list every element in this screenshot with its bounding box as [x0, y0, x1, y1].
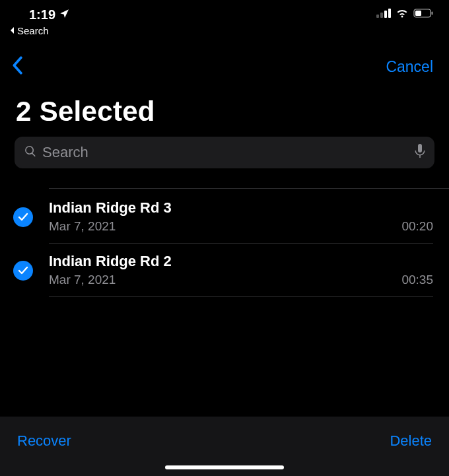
- status-time: 1:19: [29, 7, 55, 22]
- battery-icon: [413, 9, 433, 20]
- recording-title: Indian Ridge Rd 2: [49, 253, 172, 270]
- breadcrumb-back-icon: [9, 25, 16, 36]
- microphone-icon[interactable]: [415, 144, 425, 161]
- list-item-content: Indian Ridge Rd 3 Mar 7, 2021 00:20: [49, 199, 433, 244]
- svg-rect-0: [376, 15, 379, 18]
- list-item-main: Indian Ridge Rd 2 Mar 7, 2021: [49, 253, 172, 287]
- list-item[interactable]: Indian Ridge Rd 2 Mar 7, 2021 00:35: [0, 244, 449, 297]
- list-item-main: Indian Ridge Rd 3 Mar 7, 2021: [49, 199, 172, 234]
- recording-date: Mar 7, 2021: [49, 273, 172, 287]
- cellular-icon: [376, 9, 391, 20]
- svg-rect-2: [384, 11, 387, 18]
- location-icon: [59, 7, 70, 22]
- cancel-button[interactable]: Cancel: [386, 58, 433, 76]
- search-field[interactable]: [15, 137, 434, 168]
- list-item-content: Indian Ridge Rd 2 Mar 7, 2021 00:35: [49, 253, 433, 297]
- search-container: [0, 137, 449, 168]
- recover-button[interactable]: Recover: [17, 432, 71, 450]
- status-bar: 1:19: [0, 0, 449, 24]
- status-indicators: [376, 9, 433, 21]
- wifi-icon: [396, 9, 409, 21]
- breadcrumb-label: Search: [17, 25, 49, 36]
- status-time-group: 1:19: [29, 7, 70, 22]
- breadcrumb[interactable]: Search: [0, 24, 449, 36]
- back-button[interactable]: [11, 56, 24, 77]
- list-item[interactable]: Indian Ridge Rd 3 Mar 7, 2021 00:20: [0, 190, 449, 244]
- page-title: 2 Selected: [0, 77, 449, 137]
- nav-bar: Cancel: [0, 36, 449, 77]
- search-icon: [24, 145, 37, 160]
- recording-duration: 00:20: [401, 219, 433, 234]
- selected-check-icon[interactable]: [13, 207, 33, 227]
- search-input[interactable]: [42, 144, 409, 161]
- recording-date: Mar 7, 2021: [49, 219, 172, 234]
- delete-button[interactable]: Delete: [390, 432, 432, 450]
- recording-title: Indian Ridge Rd 3: [49, 199, 172, 217]
- svg-rect-6: [432, 12, 433, 15]
- recordings-list: Indian Ridge Rd 3 Mar 7, 2021 00:20 Indi…: [0, 188, 449, 297]
- home-indicator[interactable]: [165, 465, 284, 469]
- svg-rect-1: [380, 13, 383, 18]
- svg-rect-5: [415, 11, 421, 16]
- svg-rect-3: [388, 9, 391, 18]
- list-divider: [49, 188, 449, 189]
- selected-check-icon[interactable]: [13, 261, 33, 281]
- recording-duration: 00:35: [401, 273, 433, 287]
